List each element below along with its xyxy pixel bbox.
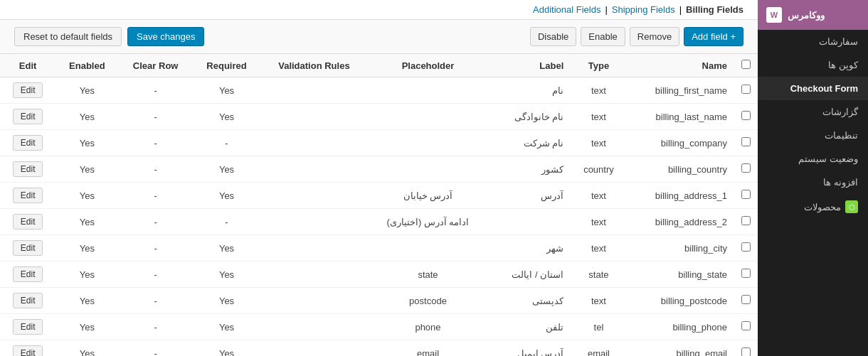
row-checkbox-10[interactable]: [741, 347, 751, 356]
sidebar-item-سفارشات[interactable]: سفارشات: [758, 30, 868, 53]
enable-button[interactable]: Enable: [581, 27, 625, 46]
cell-required-7: Yes: [193, 261, 260, 288]
cell-label-10: آدرس ایمیل: [488, 340, 571, 357]
cell-required-8: Yes: [193, 288, 260, 314]
shipping-fields-link[interactable]: Shipping Fields: [612, 4, 675, 15]
edit-button-1[interactable]: Edit: [13, 109, 43, 124]
row-checkbox-7[interactable]: [741, 269, 751, 278]
row-checkbox-2[interactable]: [741, 137, 751, 146]
cell-name-0: billing_first_name: [627, 77, 734, 104]
cell-clear-7: -: [118, 261, 192, 288]
cell-check-4: [734, 183, 758, 209]
cell-clear-8: -: [118, 288, 192, 314]
row-checkbox-5[interactable]: [741, 216, 751, 225]
cell-check-8: [734, 288, 758, 314]
cell-type-4: text: [571, 183, 626, 209]
sidebar-item-کوپن-ها[interactable]: کوپن ها: [758, 53, 868, 77]
cell-placeholder-6: [368, 235, 489, 261]
table-row: Edit Yes - - نام شرکت text billing_compa…: [0, 130, 758, 156]
cell-required-6: Yes: [193, 235, 260, 261]
sidebar-item-checkout-form[interactable]: Checkout Form: [758, 77, 868, 100]
cell-label-8: کدپستی: [488, 288, 571, 314]
row-checkbox-4[interactable]: [741, 190, 751, 199]
add-field-button[interactable]: Add field +: [684, 27, 743, 46]
cell-validation-5: [260, 209, 367, 235]
sep1: |: [605, 4, 607, 15]
cell-validation-6: [260, 235, 367, 261]
cell-edit-4: Edit: [0, 183, 55, 209]
reset-button[interactable]: Reset to default fields: [14, 27, 122, 46]
cell-enabled-6: Yes: [55, 235, 118, 261]
cell-validation-9: [260, 314, 367, 340]
cell-check-6: [734, 235, 758, 261]
products-label: محصولات: [804, 202, 841, 212]
edit-button-10[interactable]: Edit: [13, 345, 43, 356]
sidebar-item-افزونه-ها[interactable]: افزونه ها: [758, 171, 868, 194]
cell-validation-4: [260, 183, 367, 209]
table-row: Edit Yes - Yes email آدرس ایمیل email bi…: [0, 340, 758, 357]
table-row: Edit Yes - Yes آدرس خیابان آدرس text bil…: [0, 183, 758, 209]
cell-placeholder-7: state: [368, 261, 489, 288]
edit-button-8[interactable]: Edit: [13, 293, 43, 308]
cell-name-1: billing_last_name: [627, 104, 734, 130]
edit-button-3[interactable]: Edit: [13, 161, 43, 177]
cell-edit-3: Edit: [0, 156, 55, 183]
cell-name-5: billing_address_2: [627, 209, 734, 235]
sidebar-item-گزارشات[interactable]: گزارشات: [758, 100, 868, 124]
cell-clear-3: -: [118, 156, 192, 183]
row-checkbox-8[interactable]: [741, 295, 751, 304]
sidebar-item-تنظیمات[interactable]: تنظیمات: [758, 124, 868, 147]
row-checkbox-0[interactable]: [741, 85, 751, 94]
additional-fields-link[interactable]: Additional Fields: [533, 4, 600, 15]
edit-button-6[interactable]: Edit: [13, 240, 43, 256]
edit-button-9[interactable]: Edit: [13, 319, 43, 335]
sidebar-item-وضعیت-سیستم[interactable]: وضعیت سیستم: [758, 147, 868, 171]
cell-required-0: Yes: [193, 77, 260, 104]
cell-name-10: billing_email: [627, 340, 734, 357]
billing-fields-link: Billing Fields: [686, 4, 743, 15]
row-checkbox-6[interactable]: [741, 242, 751, 252]
table-row: Edit Yes - Yes state استان / ایالت state…: [0, 261, 758, 288]
sidebar-item-products[interactable]: ⬡ محصولات: [758, 194, 868, 220]
select-all-checkbox[interactable]: [741, 60, 751, 69]
cell-edit-0: Edit: [0, 77, 55, 104]
cell-label-9: تلفن: [488, 314, 571, 340]
remove-button[interactable]: Remove: [630, 27, 679, 46]
cell-required-10: Yes: [193, 340, 260, 357]
cell-edit-7: Edit: [0, 261, 55, 288]
cell-label-7: استان / ایالت: [488, 261, 571, 288]
cell-enabled-3: Yes: [55, 156, 118, 183]
cell-name-2: billing_company: [627, 130, 734, 156]
cell-edit-2: Edit: [0, 130, 55, 156]
edit-button-4[interactable]: Edit: [13, 188, 43, 203]
row-checkbox-3[interactable]: [741, 163, 751, 173]
cell-clear-1: -: [118, 104, 192, 130]
cell-enabled-1: Yes: [55, 104, 118, 130]
table-row: Edit Yes - Yes کشور country billing_coun…: [0, 156, 758, 183]
cell-validation-8: [260, 288, 367, 314]
edit-button-7[interactable]: Edit: [13, 266, 43, 282]
edit-button-5[interactable]: Edit: [13, 214, 43, 230]
cell-validation-1: [260, 104, 367, 130]
cell-edit-1: Edit: [0, 104, 55, 130]
cell-type-2: text: [571, 130, 626, 156]
edit-button-0[interactable]: Edit: [13, 82, 43, 98]
toolbar: Reset to default fields Save changes Dis…: [0, 20, 758, 54]
cell-clear-10: -: [118, 340, 192, 357]
row-checkbox-1[interactable]: [741, 111, 751, 120]
sep2: |: [679, 4, 682, 15]
cell-enabled-0: Yes: [55, 77, 118, 104]
save-button[interactable]: Save changes: [127, 27, 204, 46]
cell-label-3: کشور: [488, 156, 571, 183]
cell-check-1: [734, 104, 758, 130]
th-edit: Edit: [0, 54, 55, 77]
disable-button[interactable]: Disable: [530, 27, 576, 46]
row-checkbox-9[interactable]: [741, 321, 751, 330]
cell-enabled-2: Yes: [55, 130, 118, 156]
edit-button-2[interactable]: Edit: [13, 135, 43, 151]
cell-name-3: billing_country: [627, 156, 734, 183]
cell-check-3: [734, 156, 758, 183]
cell-clear-4: -: [118, 183, 192, 209]
cell-check-0: [734, 77, 758, 104]
cell-name-9: billing_phone: [627, 314, 734, 340]
